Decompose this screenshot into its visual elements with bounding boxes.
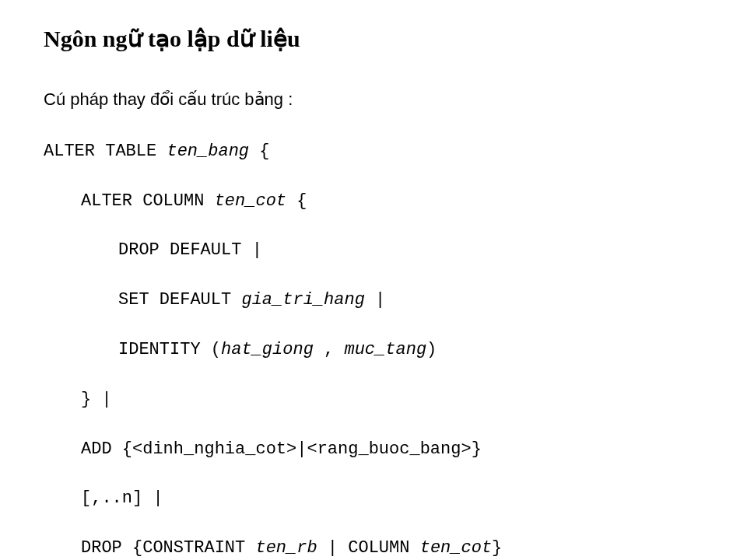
code-text: ADD {<dinh_nghia_cot>|<rang_buoc_bang>} [81,439,482,459]
code-line: ALTER TABLE ten_bang { [44,139,703,164]
code-line: } | [44,387,703,412]
code-identifier: gia_tri_hang [241,290,364,310]
code-line: ADD {<dinh_nghia_cot>|<rang_buoc_bang>} [44,437,703,462]
code-text: , [314,340,345,359]
code-keyword: IDENTITY ( [118,340,221,359]
section-heading-alter: Cú pháp thay đổi cấu trúc bảng : [44,89,703,110]
code-identifier: ten_cot [215,191,286,211]
code-keyword: ALTER COLUMN [81,191,215,211]
code-line: DROP {CONSTRAINT ten_rb | COLUMN ten_cot… [44,536,703,560]
code-line: SET DEFAULT gia_tri_hang | [44,288,703,313]
code-keyword: SET DEFAULT [118,290,241,310]
code-text: { [249,142,269,161]
code-keyword: DROP {CONSTRAINT [81,538,255,558]
code-keyword: ALTER TABLE [44,142,167,161]
code-identifier: muc_tang [344,340,426,359]
code-identifier: ten_rb [255,538,317,558]
code-block-alter: ALTER TABLE ten_bang { ALTER COLUMN ten_… [44,114,703,560]
code-text: [,..n] | [81,488,163,508]
code-identifier: ten_bang [167,142,249,161]
code-text: | [365,290,385,310]
code-text: } [492,538,502,558]
code-line: [,..n] | [44,486,703,511]
code-text: } | [81,390,112,409]
code-identifier: ten_cot [420,538,492,558]
page-title: Ngôn ngữ tạo lập dữ liệu [44,25,703,52]
code-identifier: hat_giong [221,340,314,359]
code-line: ALTER COLUMN ten_cot { [44,189,703,214]
code-text: ) [426,340,437,359]
code-text: { [286,191,307,211]
code-text: DROP DEFAULT | [118,240,262,260]
code-line: IDENTITY (hat_giong , muc_tang) [44,338,703,362]
code-text: | COLUMN [317,538,420,558]
code-line: DROP DEFAULT | [44,238,703,263]
